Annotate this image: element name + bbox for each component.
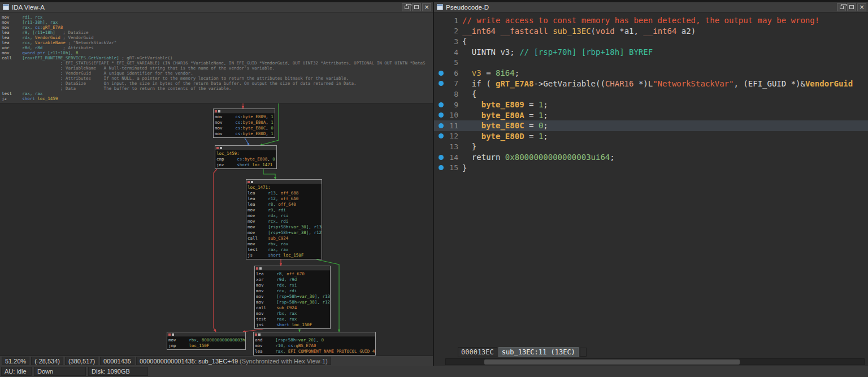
asm-line: mov rdx, rsi [256, 283, 329, 288]
node-group-icon [258, 333, 261, 336]
pseudocode-lines[interactable]: 1// write access to const memory has bee… [434, 12, 868, 346]
line-number: 12 [445, 132, 458, 140]
line-number: 13 [445, 142, 458, 151]
graph-node-code: mov rbx, 8000000000000003hjmp loc_150F [167, 337, 245, 349]
code-text: } [462, 142, 476, 151]
jump-address: 000013EC [458, 347, 497, 357]
dock-area: IDA View-A × mov rdi, rcxmov [r11-38h], … [0, 2, 868, 366]
status-address: 0000000000001435: [140, 358, 198, 365]
graph-canvas[interactable]: mov rdi, rcxmov [r11-38h], raxmov rax, c… [0, 12, 433, 356]
float-icon [849, 5, 854, 9]
asm-line: lea r13, off_688 [248, 190, 320, 196]
pseudocode-line[interactable]: 7 if ( gRT_E7A8->GetVariable((CHAR16 *)L… [434, 79, 868, 89]
graph-node[interactable]: mov rbx, 8000000000000003hjmp loc_150F [167, 332, 246, 350]
panel-title: IDA View-A [12, 4, 402, 11]
asm-line: mov cs:byte_E809, 1 [215, 114, 274, 120]
restore-button[interactable] [402, 3, 411, 11]
pseudocode-line-current[interactable]: 11 byte_E80C = 0; [434, 120, 868, 131]
asm-line: lea rax, EFI COMPONENT NAME PROTOCOL GUI… [255, 349, 374, 354]
pseudocode-panel: Pseudocode-D × 1// write access to const… [434, 2, 868, 366]
jump-position: sub_13EC:11 (13EC) [498, 347, 579, 357]
float-button[interactable] [847, 3, 856, 11]
code-text: __int64 __fastcall sub_13EC(void *a1, __… [462, 27, 696, 36]
line-number: 14 [445, 153, 458, 162]
window-buttons: × [402, 3, 431, 11]
sync-dot-icon [439, 71, 444, 76]
sync-dot-placeholder [439, 92, 444, 97]
ida-status-fields: 51.20%(-28,534)(380,517)00001435 [2, 357, 134, 365]
ida-view-titlebar[interactable]: IDA View-A × [0, 2, 433, 12]
scrollbar-thumb[interactable] [484, 359, 740, 365]
graph-node-titlebar[interactable] [167, 332, 245, 337]
graph-node-titlebar[interactable] [255, 266, 330, 271]
graph-node-titlebar[interactable] [215, 146, 276, 150]
asm-line: mov r10, cs:gBS_E7A0 [255, 343, 374, 349]
asm-line: and [rsp+58h+var_20], 0 [255, 337, 374, 343]
pseudocode-line[interactable]: 8 { [434, 89, 868, 99]
code-text: v3 = 8i64; [462, 68, 519, 77]
main-status-bar: AU: idleDownDisk: 1090GB [0, 366, 868, 377]
pseudocode-line[interactable]: 12 byte_E80D = 1; [434, 131, 868, 142]
pseudocode-line[interactable]: 2__int64 __fastcall sub_13EC(void *a1, _… [434, 26, 868, 37]
pseudocode-line[interactable]: 4 UINTN v3; // [rsp+70h] [rbp+18h] BYREF [434, 47, 868, 58]
node-marker-icon [168, 333, 171, 336]
pseudocode-icon [437, 4, 443, 10]
asm-line: mov [rsp+58h+var_30], r13 [256, 294, 329, 300]
line-number: 1 [445, 16, 458, 25]
pseudocode-line[interactable]: 10 byte_E80A = 1; [434, 110, 868, 120]
sync-dot-icon [439, 133, 444, 138]
restore-button[interactable] [837, 3, 846, 11]
graph-node-titlebar[interactable] [254, 332, 375, 337]
graph-node[interactable]: loc_1471:lea r13, off_688lea r12, off_6A… [246, 179, 322, 259]
sync-dot-placeholder [439, 50, 444, 55]
jump-extra-field [580, 348, 587, 357]
graph-node-titlebar[interactable] [246, 180, 322, 184]
graph-node-code: and [rsp+58h+var_20], 0mov r10, cs:gBS_E… [254, 337, 375, 355]
code-text: { [462, 89, 476, 98]
line-number: 3 [445, 37, 458, 46]
code-text: return 0x8000000000000003ui64; [462, 153, 615, 162]
pseudocode-line[interactable]: 6 v3 = 8i64; [434, 68, 868, 79]
window-buttons: × [837, 3, 866, 11]
pseudocode-line[interactable]: 15} [434, 162, 868, 173]
pseudocode-titlebar[interactable]: Pseudocode-D × [434, 2, 868, 12]
close-button[interactable]: × [422, 3, 431, 11]
code-text: byte_E80C = 0; [462, 121, 548, 130]
line-number: 9 [445, 101, 458, 109]
pseudocode-line[interactable]: 14 return 0x8000000000000003ui64; [434, 152, 868, 163]
node-marker-icon [215, 110, 217, 112]
graph-node-titlebar[interactable] [214, 109, 275, 114]
restore-icon [840, 6, 844, 9]
asm-line: mov cs:byte_E80A, 1 [215, 120, 274, 125]
asm-line: call sub_C924 [248, 236, 320, 241]
asm-line: mov rbx, rax [248, 241, 320, 247]
sync-dot-icon [439, 112, 444, 118]
scrollbar-track[interactable] [445, 358, 865, 365]
h-scrollbar[interactable] [434, 358, 868, 366]
graph-node-code: loc_1459:cmp cs:byte_E808, 0jnz short lo… [215, 150, 276, 168]
code-text: byte_E80D = 1; [462, 132, 548, 141]
pseudocode-line[interactable]: 13 } [434, 141, 868, 152]
node-group-icon [259, 267, 262, 270]
float-button[interactable] [412, 3, 421, 11]
close-button[interactable]: × [857, 3, 866, 11]
line-number: 8 [445, 90, 458, 98]
sync-dot-placeholder [439, 28, 444, 33]
node-marker-icon [248, 181, 250, 183]
asm-line: call sub_C924 [256, 305, 329, 311]
node-group-icon [218, 110, 220, 112]
asm-line: mov [rsp+58h+var_38], r12 [256, 300, 329, 305]
asm-line: loc_1459: [216, 151, 275, 157]
float-icon [414, 5, 419, 9]
pseudocode-line[interactable]: 1// write access to const memory has bee… [434, 15, 868, 26]
sync-dot-placeholder [439, 39, 444, 44]
asm-line: test rax, rax [256, 317, 329, 322]
pseudocode-line[interactable]: 9 byte_E809 = 1; [434, 99, 868, 110]
graph-node[interactable]: lea r8, off_670xor r9d, r9dmov rdx, rsim… [254, 266, 331, 329]
pseudocode-line[interactable]: 3{ [434, 36, 868, 47]
code-text: byte_E809 = 1; [462, 100, 548, 109]
pseudocode-line[interactable]: 5 [434, 57, 868, 68]
graph-node[interactable]: loc_1459:cmp cs:byte_E808, 0jnz short lo… [215, 145, 277, 169]
graph-node[interactable]: and [rsp+58h+var_20], 0mov r10, cs:gBS_E… [253, 332, 376, 356]
graph-node[interactable]: mov cs:byte_E809, 1mov cs:byte_E80A, 1mo… [213, 109, 275, 138]
